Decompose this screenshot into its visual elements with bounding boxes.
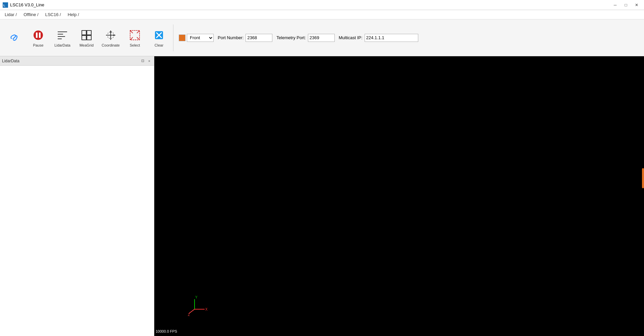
toolbar-separator bbox=[173, 24, 173, 51]
svg-line-22 bbox=[130, 37, 133, 40]
left-panel: LidarData ⊡ × bbox=[0, 56, 154, 336]
view-controls: Front Back Left Right Top Bottom Port Nu… bbox=[179, 34, 418, 42]
svg-rect-11 bbox=[87, 30, 91, 35]
menu-bar: Lidar / Offline / LSC16 / Help / bbox=[0, 10, 644, 19]
link-icon bbox=[7, 31, 21, 45]
pause-label: Pause bbox=[33, 43, 43, 47]
minimize-button[interactable]: ─ bbox=[610, 2, 620, 8]
multicast-ip-label: Multicast IP: bbox=[339, 35, 363, 40]
port-number-label: Port Number: bbox=[218, 35, 244, 40]
maximize-button[interactable]: □ bbox=[621, 2, 631, 8]
svg-line-23 bbox=[137, 37, 140, 40]
link-button[interactable] bbox=[3, 23, 25, 53]
clear-label: Clear bbox=[155, 43, 163, 47]
telemetry-port-group: Telemetry Port: bbox=[276, 34, 334, 42]
main-content: LidarData ⊡ × Y X Z 10000.0 FPS bbox=[0, 56, 644, 336]
panel-close-button[interactable]: × bbox=[147, 58, 152, 64]
coordinate-button[interactable]: Coordinate bbox=[99, 23, 122, 53]
multicast-ip-group: Multicast IP: bbox=[339, 34, 418, 42]
coordinate-label: Coordinate bbox=[102, 43, 120, 47]
port-number-input[interactable] bbox=[246, 34, 272, 42]
menu-item-lsc16[interactable]: LSC16 / bbox=[42, 11, 64, 18]
svg-line-2 bbox=[13, 37, 15, 39]
left-panel-header: LidarData ⊡ × bbox=[0, 56, 154, 66]
svg-rect-5 bbox=[39, 32, 41, 38]
panel-restore-button[interactable]: ⊡ bbox=[140, 58, 145, 64]
view-select[interactable]: Front Back Left Right Top Bottom bbox=[187, 34, 214, 42]
svg-text:Z: Z bbox=[188, 313, 190, 316]
meagrid-icon bbox=[80, 28, 93, 42]
menu-item-help[interactable]: Help / bbox=[64, 11, 83, 18]
lidardata-panel-title: LidarData bbox=[2, 59, 19, 63]
svg-marker-17 bbox=[113, 34, 115, 36]
lidardata-label: LidarData bbox=[54, 43, 70, 47]
svg-rect-4 bbox=[36, 32, 38, 38]
select-button[interactable]: Select bbox=[123, 23, 146, 53]
title-bar-controls: ─ □ ✕ bbox=[610, 2, 641, 8]
3d-viewport[interactable]: Y X Z 10000.0 FPS bbox=[154, 56, 644, 336]
view-dropdown-group: Front Back Left Right Top Bottom bbox=[179, 34, 214, 42]
meagrid-button[interactable]: MeaGrid bbox=[75, 23, 98, 53]
fps-display: 10000.0 FPS bbox=[156, 329, 177, 333]
select-label: Select bbox=[130, 43, 140, 47]
svg-line-20 bbox=[130, 30, 133, 33]
title-bar: L LSC16 V3.0_Line ─ □ ✕ bbox=[0, 0, 644, 10]
pause-button[interactable]: Pause bbox=[27, 23, 50, 53]
svg-text:Y: Y bbox=[195, 296, 198, 299]
select-icon bbox=[128, 28, 142, 42]
svg-rect-10 bbox=[82, 30, 86, 35]
multicast-ip-input[interactable] bbox=[365, 34, 418, 42]
viewport-scrollbar[interactable] bbox=[642, 168, 644, 188]
toolbar: Pause LidarData MeaGrid bbox=[0, 19, 644, 56]
app-icon: L bbox=[3, 2, 8, 8]
view-color-box bbox=[179, 35, 185, 41]
lidardata-panel-body bbox=[0, 66, 154, 336]
telemetry-port-input[interactable] bbox=[308, 34, 335, 42]
svg-line-21 bbox=[137, 30, 140, 33]
port-number-group: Port Number: bbox=[218, 34, 272, 42]
axes-overlay: Y X Z bbox=[188, 296, 208, 316]
telemetry-port-label: Telemetry Port: bbox=[276, 35, 306, 40]
svg-point-3 bbox=[34, 30, 43, 40]
panel-header-controls: ⊡ × bbox=[140, 58, 152, 64]
svg-rect-13 bbox=[87, 36, 91, 40]
coordinate-icon bbox=[104, 28, 117, 42]
svg-rect-12 bbox=[82, 36, 86, 40]
clear-button[interactable]: Clear bbox=[148, 23, 170, 53]
clear-icon bbox=[152, 28, 166, 42]
svg-line-31 bbox=[189, 309, 195, 313]
lidardata-button[interactable]: LidarData bbox=[51, 23, 74, 53]
title-bar-title: LSC16 V3.0_Line bbox=[10, 2, 44, 7]
close-button[interactable]: ✕ bbox=[632, 2, 641, 8]
menu-item-lidar[interactable]: Lidar / bbox=[1, 11, 20, 18]
menu-item-offline[interactable]: Offline / bbox=[20, 11, 42, 18]
title-bar-left: L LSC16 V3.0_Line bbox=[3, 2, 44, 8]
pause-icon bbox=[32, 28, 45, 42]
lidardata-icon bbox=[56, 28, 69, 42]
svg-text:X: X bbox=[205, 308, 208, 311]
svg-marker-16 bbox=[110, 30, 112, 32]
meagrid-label: MeaGrid bbox=[79, 43, 94, 47]
svg-text:L: L bbox=[3, 4, 5, 7]
